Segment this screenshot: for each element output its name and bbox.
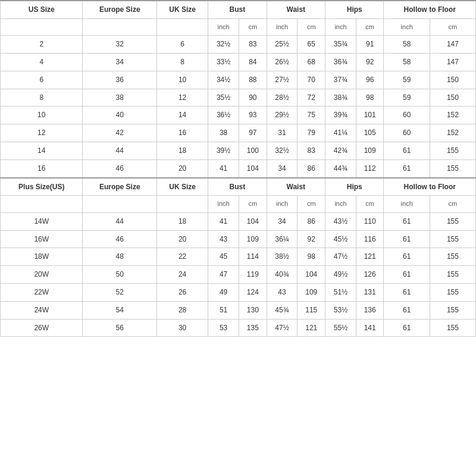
table1-cell-r5-c4: 97 [239,124,267,142]
table2-row-4: 22W5226491244310951½13161155 [1,283,476,301]
table1-cell-r6-c9: 61 [384,142,430,159]
table1-cell-r6-c4: 100 [239,142,267,159]
table1-cell-r6-c3: 39½ [208,142,239,159]
table2-cell-r3-c0: 20W [1,266,83,284]
table2-cell-r3-c8: 126 [356,266,384,284]
subh2-htf-cm: cm [430,196,475,212]
table1-cell-r0-c10: 147 [430,36,475,54]
table1-cell-r4-c10: 152 [430,107,475,124]
col2-waist: Waist [267,178,325,196]
table1-cell-r2-c3: 34½ [208,71,239,89]
table2-cell-r0-c10: 155 [430,212,475,230]
table2-cell-r5-c4: 130 [239,301,267,319]
table1-cell-r4-c6: 75 [298,107,325,124]
table2-cell-r4-c3: 49 [208,283,239,301]
table1-cell-r6-c7: 42¾ [325,142,356,159]
table2-cell-r6-c8: 141 [356,319,384,337]
table1-cell-r0-c8: 91 [356,36,384,54]
col2-uk-size: UK Size [157,178,208,196]
table2-cell-r1-c6: 92 [298,230,325,248]
col2-europe-size: Europe Size [83,178,157,196]
table2-cell-r4-c0: 22W [1,283,83,301]
table1-row-2: 6361034½8827½7037¾9659150 [1,71,476,89]
subh-htf-inch: inch [384,18,430,35]
table2-row-5: 24W54285113045¾11553½13661155 [1,301,476,319]
table1-cell-r0-c6: 65 [298,36,325,54]
subh-hips-cm: cm [356,18,384,35]
subh-hips-inch: inch [325,18,356,35]
table2-cell-r5-c0: 24W [1,301,83,319]
table1-cell-r3-c10: 150 [430,89,475,107]
table1-row-6: 14441839½10032½8342¾10961155 [1,142,476,159]
subh2-uk [157,196,208,212]
table2-cell-r4-c2: 26 [157,283,208,301]
table2-cell-r0-c8: 110 [356,212,384,230]
table1-cell-r4-c4: 93 [239,107,267,124]
table2-row-6: 26W56305313547½12155½14161155 [1,319,476,337]
table2-cell-r2-c2: 22 [157,248,208,266]
table2-cell-r2-c9: 61 [384,248,430,266]
table1-subheader-row: inch cm inch cm inch cm inch cm [1,18,476,35]
table2-cell-r1-c4: 109 [239,230,267,248]
table2-cell-r2-c6: 98 [298,248,325,266]
table2-cell-r1-c2: 20 [157,230,208,248]
table1-cell-r7-c8: 112 [356,159,384,177]
table1-cell-r3-c0: 8 [1,89,83,107]
table2-cell-r5-c7: 53½ [325,301,356,319]
table2-cell-r2-c3: 45 [208,248,239,266]
table2-cell-r4-c4: 124 [239,283,267,301]
table2-body: 14W441841104348643½1106115516W4620431093… [1,212,476,337]
subh-waist-cm: cm [298,18,325,35]
table1-cell-r7-c10: 155 [430,159,475,177]
table2-cell-r4-c6: 109 [298,283,325,301]
table1-cell-r5-c0: 12 [1,124,83,142]
table1-cell-r2-c10: 150 [430,71,475,89]
table2-cell-r0-c3: 41 [208,212,239,230]
size-chart-table: US Size Europe Size UK Size Bust Waist H… [0,0,476,337]
table1-cell-r2-c7: 37¾ [325,71,356,89]
subh2-htf-inch: inch [384,196,430,212]
table2-cell-r6-c5: 47½ [267,319,298,337]
subh2-waist-cm: cm [298,196,325,212]
table1-cell-r6-c8: 109 [356,142,384,159]
subh-bust-inch: inch [208,18,239,35]
table2-cell-r0-c4: 104 [239,212,267,230]
table1-cell-r5-c1: 42 [83,124,157,142]
table2-row-0: 14W441841104348643½11061155 [1,212,476,230]
subh-htf-cm: cm [430,18,475,35]
subh-waist-inch: inch [267,18,298,35]
table2-cell-r0-c9: 61 [384,212,430,230]
table2-cell-r2-c5: 38½ [267,248,298,266]
table2-cell-r4-c5: 43 [267,283,298,301]
table2-cell-r1-c1: 46 [83,230,157,248]
table1-cell-r6-c6: 83 [298,142,325,159]
table1-cell-r5-c7: 41¼ [325,124,356,142]
table1-cell-r0-c0: 2 [1,36,83,54]
table1-cell-r1-c0: 4 [1,53,83,71]
table1-cell-r4-c3: 36½ [208,107,239,124]
table2-cell-r3-c6: 104 [298,266,325,284]
table1-cell-r3-c5: 28½ [267,89,298,107]
table1-cell-r2-c5: 27½ [267,71,298,89]
table1-cell-r0-c3: 32½ [208,36,239,54]
table2-cell-r1-c3: 43 [208,230,239,248]
table2-cell-r2-c10: 155 [430,248,475,266]
table1-cell-r4-c1: 40 [83,107,157,124]
table2-cell-r1-c7: 45½ [325,230,356,248]
table2-cell-r1-c5: 36¼ [267,230,298,248]
table2-cell-r3-c7: 49½ [325,266,356,284]
table2-cell-r3-c5: 40¾ [267,266,298,284]
table1-row-5: 1242163897317941¼10560152 [1,124,476,142]
table2-cell-r5-c2: 28 [157,301,208,319]
table1-cell-r3-c2: 12 [157,89,208,107]
col-europe-size: Europe Size [83,1,157,18]
table1-cell-r7-c4: 104 [239,159,267,177]
table2-cell-r4-c7: 51½ [325,283,356,301]
table2-cell-r1-c8: 116 [356,230,384,248]
table2-cell-r0-c7: 43½ [325,212,356,230]
table1-cell-r3-c8: 98 [356,89,384,107]
table1-cell-r0-c9: 58 [384,36,430,54]
table2-cell-r0-c6: 86 [298,212,325,230]
table1-cell-r5-c8: 105 [356,124,384,142]
table2-cell-r6-c10: 155 [430,319,475,337]
